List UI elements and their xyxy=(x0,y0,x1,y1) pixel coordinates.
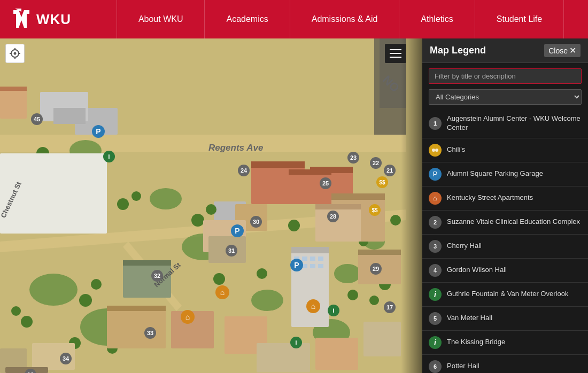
logo-text-label: WKU xyxy=(36,11,71,28)
map-menu-button[interactable] xyxy=(385,44,406,63)
legend-item-icon: ⌂ xyxy=(429,192,442,205)
map-marker-17[interactable]: 17 xyxy=(384,301,396,313)
nav-admissions[interactable]: Admissions & Aid xyxy=(290,0,400,38)
hamburger-line xyxy=(390,57,401,58)
nav-academics[interactable]: Academics xyxy=(205,0,290,38)
svg-rect-56 xyxy=(315,204,361,242)
home-pin-1[interactable]: ⌂ xyxy=(215,285,229,299)
legend-item-name: Gordon Wilson Hall xyxy=(447,266,582,275)
svg-rect-4 xyxy=(0,135,406,152)
legend-panel: Map Legend Close ✕ All Categories 1 Auge… xyxy=(422,38,588,373)
svg-point-42 xyxy=(288,220,300,231)
map-marker-29[interactable]: 29 xyxy=(370,263,382,275)
legend-item-name: Chili's xyxy=(447,145,582,154)
svg-rect-46 xyxy=(53,108,86,124)
legend-item-name: Guthrie Fountain & Van Meter Overlook xyxy=(447,290,582,299)
svg-rect-70 xyxy=(318,257,323,261)
legend-item-kissing-bridge[interactable]: i The Kissing Bridge xyxy=(422,331,588,355)
svg-text:Regents Ave: Regents Ave xyxy=(208,143,263,153)
svg-rect-44 xyxy=(0,87,27,91)
map-marker-25[interactable]: 25 xyxy=(320,177,331,189)
nav-student-life[interactable]: Student Life xyxy=(475,0,564,38)
svg-rect-75 xyxy=(107,306,166,348)
legend-search-input[interactable] xyxy=(429,68,582,84)
locate-button[interactable] xyxy=(5,44,25,63)
legend-item-num: 2 xyxy=(429,216,442,229)
map-marker-24[interactable]: 24 xyxy=(238,165,250,176)
svg-point-14 xyxy=(29,274,78,306)
svg-point-23 xyxy=(206,204,216,215)
legend-item-guthrie[interactable]: i Guthrie Fountain & Van Meter Overlook xyxy=(422,283,588,307)
svg-rect-57 xyxy=(315,204,361,209)
svg-point-30 xyxy=(257,268,267,279)
legend-item-4[interactable]: 4 Gordon Wilson Hall xyxy=(422,259,588,283)
svg-point-22 xyxy=(191,214,204,227)
close-label: Close xyxy=(548,46,568,55)
legend-item-2[interactable]: 2 Suzanne Vitale Clinical Education Comp… xyxy=(422,211,588,235)
svg-rect-83 xyxy=(315,338,358,370)
legend-item-chilis[interactable]: Chili's xyxy=(422,138,588,162)
svg-rect-49 xyxy=(251,161,305,168)
wku-logo[interactable]: WKU xyxy=(11,7,71,31)
category-select[interactable]: All Categories xyxy=(429,89,582,105)
map-marker-45[interactable]: 45 xyxy=(31,113,43,125)
svg-point-16 xyxy=(150,188,182,209)
svg-rect-66 xyxy=(291,247,329,253)
legend-title: Map Legend xyxy=(430,45,486,56)
legend-item-name: Potter Hall xyxy=(447,362,582,371)
legend-item-5[interactable]: 5 Van Meter Hall xyxy=(422,307,588,331)
svg-point-98 xyxy=(435,149,438,152)
svg-rect-69 xyxy=(310,257,315,261)
map-marker-34[interactable]: 34 xyxy=(60,353,72,364)
legend-item-1[interactable]: 1 Augenstein Alumni Center - WKU Welcome… xyxy=(422,109,588,138)
map-marker-21[interactable]: 21 xyxy=(384,165,396,176)
legend-search-area xyxy=(422,63,588,87)
info-pin-2[interactable]: i xyxy=(290,337,302,348)
legend-item-num: 1 xyxy=(429,117,442,130)
svg-point-92 xyxy=(14,52,17,55)
close-button[interactable]: Close ✕ xyxy=(544,44,581,57)
map-marker-28[interactable]: 28 xyxy=(327,211,339,222)
legend-item-icon: i xyxy=(429,336,442,349)
svg-point-34 xyxy=(369,296,379,305)
map-marker-22[interactable]: 22 xyxy=(370,157,382,169)
legend-item-icon xyxy=(429,144,442,157)
map-marker-31[interactable]: 31 xyxy=(226,245,237,257)
legend-item-parking[interactable]: P Alumni Square Parking Garage xyxy=(422,162,588,187)
svg-rect-68 xyxy=(302,257,307,261)
home-pin-2[interactable]: ⌂ xyxy=(181,310,195,324)
nav-athletics[interactable]: Athletics xyxy=(399,0,475,38)
chilis-marker[interactable]: $$ xyxy=(376,176,388,188)
map-marker-32[interactable]: 32 xyxy=(151,270,163,282)
info-pin-1[interactable]: i xyxy=(103,151,115,162)
svg-rect-55 xyxy=(289,169,331,175)
svg-rect-73 xyxy=(310,264,315,268)
nav-about[interactable]: About WKU xyxy=(117,0,205,38)
legend-item-6[interactable]: 6 Potter Hall xyxy=(422,355,588,373)
svg-point-25 xyxy=(91,279,102,290)
home-pin-3[interactable]: ⌂ xyxy=(306,299,320,313)
map-container: Regents Ave Normal St Chestnut St NO xyxy=(0,38,588,373)
svg-rect-64 xyxy=(123,260,171,266)
svg-point-20 xyxy=(117,198,129,210)
legend-item-icon: P xyxy=(429,168,442,181)
legend-item-3[interactable]: 3 Cherry Hall xyxy=(422,235,588,259)
legend-item-num: 5 xyxy=(429,312,442,325)
parking-marker-2[interactable]: P xyxy=(231,224,244,237)
svg-point-15 xyxy=(334,264,361,283)
svg-rect-53 xyxy=(331,193,385,200)
parking-marker-1[interactable]: P xyxy=(92,125,105,138)
map-marker-23[interactable]: 23 xyxy=(347,152,359,164)
main-nav: About WKU Academics Admissions & Aid Ath… xyxy=(103,0,577,38)
legend-item-kentucky-apts[interactable]: ⌂ Kentucky Street Apartments xyxy=(422,187,588,211)
hamburger-line xyxy=(390,53,401,54)
legend-item-name: The Kissing Bridge xyxy=(447,338,582,347)
yellow-marker-2[interactable]: $$ xyxy=(369,204,381,216)
map-marker-33[interactable]: 33 xyxy=(144,327,156,339)
svg-rect-62 xyxy=(358,250,401,255)
logo-area[interactable]: WKU xyxy=(11,7,71,31)
parking-marker-3[interactable]: P xyxy=(290,259,303,271)
info-pin-3[interactable]: i xyxy=(328,305,339,316)
legend-item-name: Van Meter Hall xyxy=(447,314,582,323)
map-marker-30[interactable]: 30 xyxy=(250,216,262,228)
